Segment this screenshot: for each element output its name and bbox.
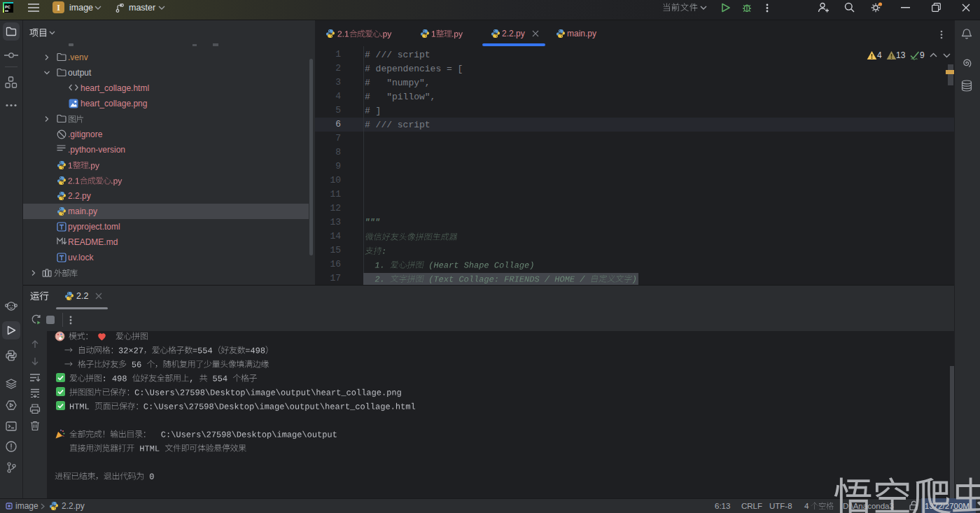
svg-text:I: I bbox=[57, 3, 60, 13]
svg-text:PC: PC bbox=[5, 5, 10, 9]
